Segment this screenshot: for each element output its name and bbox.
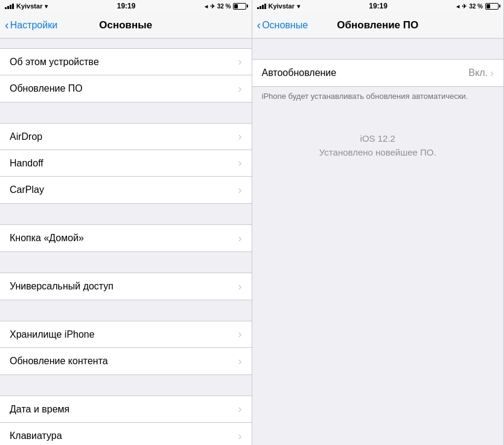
back-chevron-icon: ‹ — [5, 19, 9, 31]
date-time-label: Дата и время — [10, 404, 69, 415]
list-item-bg-refresh[interactable]: Обновление контента › — [0, 348, 252, 374]
storage-chevron: › — [238, 328, 242, 341]
list-item-handoff[interactable]: Handoff › — [0, 150, 252, 177]
carplay-chevron: › — [238, 184, 242, 197]
auto-update-value-group: Вкл. › — [468, 67, 494, 80]
airplane-icon: ✈ — [210, 3, 215, 10]
right-panel: Kyivstar ▾ 19:19 ◂ ✈ 32 % ‹ Основные Обн… — [252, 0, 505, 445]
list-item-home-button[interactable]: Кнопка «Домой» › — [0, 225, 252, 251]
list-item-storage[interactable]: Хранилище iPhone › — [0, 321, 252, 348]
auto-update-chevron: › — [490, 67, 494, 80]
right-wifi-icon: ▾ — [297, 3, 300, 10]
right-location-icon: ◂ — [456, 3, 459, 10]
spacer-3 — [0, 252, 252, 263]
right-autoupdate-group: Автообновление Вкл. › — [252, 59, 504, 87]
spacer-5 — [0, 375, 252, 386]
spacer-1 — [0, 103, 252, 113]
right-back-label: Основные — [262, 20, 308, 31]
left-nav-bar: ‹ Настройки Основные — [0, 12, 252, 39]
about-chevron: › — [238, 55, 242, 68]
date-time-chevron: › — [238, 403, 242, 415]
home-button-label: Кнопка «Домой» — [10, 233, 84, 244]
spacer-2 — [0, 204, 252, 215]
right-battery-pct: 32 % — [469, 3, 483, 10]
section-storage-group: Хранилище iPhone › Обновление контента › — [0, 321, 252, 375]
right-back-chevron-icon: ‹ — [257, 19, 261, 31]
carrier-label: Kyivstar — [16, 2, 42, 10]
spacer-4 — [0, 300, 252, 311]
handoff-label: Handoff — [10, 158, 43, 169]
airdrop-label: AirDrop — [10, 131, 42, 142]
ios-version-container: iOS 12.2 Установлено новейшее ПО. — [252, 108, 504, 183]
signal-icon — [5, 4, 14, 9]
right-content: Автообновление Вкл. › iPhone будет устан… — [252, 39, 504, 445]
section-accessibility: Универсальный доступ › — [0, 273, 252, 300]
auto-update-label: Автообновление — [262, 68, 337, 78]
software-update-label: Обновление ПО — [10, 83, 83, 94]
ios-version-text: iOS 12.2 Установлено новейшее ПО. — [319, 132, 436, 159]
battery-icon — [233, 3, 246, 10]
auto-update-description: iPhone будет устанавливать обновления ав… — [252, 87, 504, 108]
section-home: Кнопка «Домой» › — [0, 224, 252, 252]
auto-update-value: Вкл. — [468, 68, 488, 78]
list-item-software-update[interactable]: Обновление ПО › — [0, 75, 252, 102]
left-panel: Kyivstar ▾ 19:19 ◂ ✈ 32 % ‹ Настройки Ос… — [0, 0, 252, 445]
right-back-button[interactable]: ‹ Основные — [257, 19, 308, 31]
battery-pct: 32 % — [217, 3, 231, 10]
software-update-chevron: › — [238, 83, 242, 95]
section-accessibility-group: Универсальный доступ › — [0, 273, 252, 300]
right-status-right: ◂ ✈ 32 % — [456, 3, 499, 10]
list-item-about[interactable]: Об этом устройстве › — [0, 49, 252, 75]
left-back-label: Настройки — [10, 20, 57, 31]
right-nav-bar: ‹ Основные Обновление ПО — [252, 12, 504, 39]
ios-version: iOS 12.2 — [360, 133, 395, 144]
section-connectivity: AirDrop › Handoff › CarPlay › — [0, 123, 252, 204]
section-device-group: Об этом устройстве › Обновление ПО › — [0, 48, 252, 103]
keyboard-label: Клавиатура — [10, 431, 62, 441]
location-icon: ◂ — [205, 3, 208, 10]
section-home-group: Кнопка «Домой» › — [0, 224, 252, 252]
right-carrier-label: Kyivstar — [269, 2, 295, 10]
list-item-carplay[interactable]: CarPlay › — [0, 177, 252, 203]
left-status-bar: Kyivstar ▾ 19:19 ◂ ✈ 32 % — [0, 0, 252, 12]
left-time: 19:19 — [117, 2, 136, 10]
right-status-left: Kyivstar ▾ — [257, 2, 300, 10]
left-back-button[interactable]: ‹ Настройки — [5, 19, 57, 31]
home-button-chevron: › — [238, 232, 242, 245]
accessibility-label: Универсальный доступ — [10, 281, 113, 292]
right-section-autoupdate: Автообновление Вкл. › iPhone будет устан… — [252, 59, 504, 108]
right-time: 19:19 — [369, 2, 388, 10]
handoff-chevron: › — [238, 157, 242, 169]
bg-refresh-chevron: › — [238, 355, 242, 368]
left-status-right: ◂ ✈ 32 % — [205, 3, 247, 10]
section-storage: Хранилище iPhone › Обновление контента › — [0, 321, 252, 375]
left-nav-title: Основные — [99, 19, 152, 31]
section-datetime: Дата и время › Клавиатура › — [0, 396, 252, 445]
list-item-keyboard[interactable]: Клавиатура › — [0, 423, 252, 445]
section-datetime-group: Дата и время › Клавиатура › — [0, 396, 252, 445]
list-item-airdrop[interactable]: AirDrop › — [0, 124, 252, 150]
right-nav-title: Обновление ПО — [337, 19, 418, 31]
right-signal-icon — [257, 4, 266, 9]
list-item-accessibility[interactable]: Универсальный доступ › — [0, 273, 252, 300]
keyboard-chevron: › — [238, 430, 242, 443]
accessibility-chevron: › — [238, 280, 242, 293]
left-content: Об этом устройстве › Обновление ПО › Air… — [0, 39, 252, 445]
bg-refresh-label: Обновление контента — [10, 356, 108, 367]
list-item-date-time[interactable]: Дата и время › — [0, 396, 252, 423]
left-status-left: Kyivstar ▾ — [5, 2, 48, 10]
ios-status: Установлено новейшее ПО. — [319, 147, 436, 157]
section-device: Об этом устройстве › Обновление ПО › — [0, 48, 252, 103]
right-battery-icon — [485, 3, 499, 10]
right-airplane-icon: ✈ — [462, 3, 467, 10]
wifi-icon: ▾ — [45, 3, 48, 10]
right-status-bar: Kyivstar ▾ 19:19 ◂ ✈ 32 % — [252, 0, 504, 12]
storage-label: Хранилище iPhone — [10, 329, 95, 340]
section-connectivity-group: AirDrop › Handoff › CarPlay › — [0, 123, 252, 204]
about-label: Об этом устройстве — [10, 57, 99, 68]
airdrop-chevron: › — [238, 130, 242, 143]
right-spacer-top — [252, 39, 504, 49]
auto-update-row[interactable]: Автообновление Вкл. › — [252, 60, 504, 86]
carplay-label: CarPlay — [10, 185, 44, 195]
